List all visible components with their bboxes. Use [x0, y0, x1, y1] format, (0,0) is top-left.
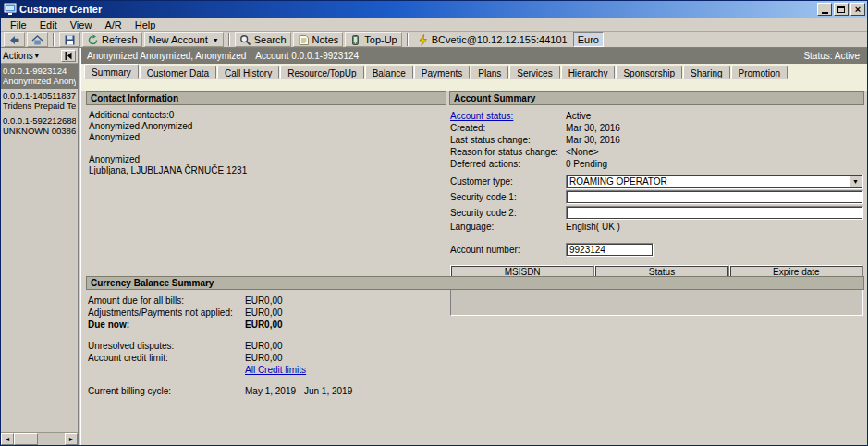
save-icon — [64, 34, 76, 46]
customer-type-label: Customer type: — [450, 175, 566, 187]
tab-sponsorship[interactable]: Sponsorship — [616, 66, 682, 79]
right-column: Anonymized Anonymized, Anonymized Accoun… — [81, 48, 867, 445]
adjustments-value: EUR0,00 — [245, 307, 283, 319]
list-item-account-2[interactable]: 0.0.0.1-1405118373 Tridens Prepaid Test — [1, 89, 78, 114]
tab-payments[interactable]: Payments — [414, 66, 470, 79]
field-account-status: Account status: Active — [450, 110, 863, 122]
customer-center-window: Customer Center × File Edit View A/R Hel… — [0, 0, 868, 446]
notes-icon — [298, 34, 310, 46]
language-value: English( UK ) — [566, 221, 620, 233]
currency-balance-body: Amount due for all bills: EUR0,00 Adjust… — [86, 290, 864, 397]
account-id: 0.0.0.1-5922126885 — [3, 115, 76, 126]
menu-help[interactable]: Help — [129, 18, 162, 31]
unresolved-disputes-value: EUR0,00 — [245, 341, 283, 352]
balance-row-amount-due: Amount due for all bills: EUR0,00 — [88, 295, 864, 307]
contact-information-body: Additional contacts:0 Anonymized Anonymi… — [86, 105, 446, 181]
currency-balance-section: Currency Balance Summary Amount due for … — [86, 276, 864, 398]
maximize-button[interactable] — [834, 3, 849, 16]
customer-type-select[interactable]: ROAMING OPERATOR ▼ — [566, 175, 863, 189]
tab-hierarchy[interactable]: Hierarchy — [561, 66, 616, 79]
balance-row-credit-limits-link: All Credit limits — [88, 365, 864, 376]
menu-file[interactable]: File — [5, 18, 32, 31]
amount-due-label: Amount due for all bills: — [88, 295, 245, 307]
due-now-value: EUR0,00 — [245, 319, 283, 331]
list-item-account-3[interactable]: 0.0.0.1-5922126885 UNKNOWN 00386704861 — [1, 114, 78, 139]
currency-button[interactable]: Euro — [573, 32, 604, 47]
topup-icon — [349, 34, 361, 46]
save-button[interactable] — [59, 32, 80, 47]
search-label: Search — [254, 34, 287, 45]
tab-sharing[interactable]: Sharing — [683, 66, 729, 79]
account-status-link[interactable]: Account status: — [450, 110, 566, 122]
search-button[interactable]: Search — [235, 32, 291, 47]
field-deferred-actions: Deferred actions: 0 Pending — [450, 158, 863, 170]
balance-row-adjustments: Adjustments/Payments not applied: EUR0,0… — [88, 307, 864, 319]
search-icon — [239, 34, 251, 46]
scrollbar-track[interactable] — [14, 433, 65, 445]
refresh-icon — [87, 34, 99, 46]
notes-button[interactable]: Notes — [293, 32, 344, 47]
tab-balance[interactable]: Balance — [365, 66, 413, 79]
all-credit-limits-link[interactable]: All Credit limits — [245, 365, 306, 376]
maximize-icon — [837, 6, 845, 13]
account-list: 0.0.0.1-9923124 Anonymized Anonymized 0.… — [1, 64, 78, 432]
balance-row-due-now: Due now: EUR0,00 — [88, 319, 864, 331]
scrollbar-thumb[interactable] — [14, 433, 38, 445]
back-button[interactable] — [4, 32, 25, 47]
new-account-button[interactable]: New Account ▼ — [144, 32, 224, 47]
close-button[interactable]: × — [850, 3, 865, 16]
toolbar-separator — [53, 33, 55, 46]
actions-title[interactable]: Actions — [3, 51, 33, 61]
topup-button[interactable]: Top-Up — [345, 32, 401, 47]
actions-panel-header: Actions ▾ — [1, 48, 78, 64]
tab-resource-topup[interactable]: Resource/TopUp — [280, 66, 363, 79]
account-id: 0.0.0.1-9923124 — [3, 66, 76, 76]
connection-label: BCvetic@10.12.12.155:44101 — [432, 34, 568, 45]
due-now-label: Due now: — [88, 319, 245, 331]
menu-ar[interactable]: A/R — [99, 18, 127, 31]
list-item-account-1[interactable]: 0.0.0.1-9923124 Anonymized Anonymized — [1, 64, 78, 89]
tab-plans[interactable]: Plans — [471, 66, 508, 79]
amount-due-value: EUR0,00 — [245, 295, 283, 307]
main-area: Actions ▾ 0.0.0.1-9923124 Anonymized Ano… — [1, 48, 867, 445]
account-summary-title: Account Summary — [449, 91, 864, 105]
field-account-number: Account number: — [450, 242, 863, 258]
home-button[interactable] — [27, 32, 48, 47]
reason-label: Reason for status change: — [450, 146, 566, 158]
tab-services[interactable]: Services — [509, 66, 559, 79]
currency-balance-title: Currency Balance Summary — [86, 276, 864, 290]
account-name: Anonymized Anonymized — [3, 76, 76, 86]
tab-summary[interactable]: Summary — [84, 64, 139, 79]
scroll-left-button[interactable]: ◄ — [1, 433, 14, 445]
account-number-input[interactable] — [566, 243, 654, 257]
spacer — [88, 365, 245, 376]
unresolved-disputes-label: Unresolved disputes: — [88, 341, 245, 352]
last-status-change-value: Mar 30, 2016 — [566, 134, 620, 146]
account-name: UNKNOWN 00386704861 — [3, 126, 76, 136]
connection-icon — [417, 34, 429, 46]
security-code-2-input[interactable] — [566, 206, 863, 220]
menu-view[interactable]: View — [65, 18, 98, 31]
field-security-code-1: Security code 1: — [450, 189, 863, 205]
tab-customer-data[interactable]: Customer Data — [140, 66, 216, 79]
contact-line — [89, 143, 444, 154]
toolbar-separator — [228, 33, 230, 46]
credit-limit-value: EUR0,00 — [245, 353, 283, 364]
deferred-actions-value: 0 Pending — [566, 158, 607, 170]
notes-label: Notes — [312, 34, 339, 45]
menu-edit[interactable]: Edit — [34, 18, 63, 31]
refresh-label: Refresh — [102, 34, 138, 45]
tab-call-history[interactable]: Call History — [217, 66, 279, 79]
actions-panel: Actions ▾ 0.0.0.1-9923124 Anonymized Ano… — [1, 48, 79, 445]
collapse-panel-button[interactable] — [61, 50, 76, 62]
refresh-button[interactable]: Refresh — [82, 32, 142, 47]
scroll-right-button[interactable]: ► — [65, 433, 78, 445]
tab-promotion[interactable]: Promotion — [731, 66, 789, 79]
menu-bar: File Edit View A/R Help — [1, 18, 867, 32]
security-code-1-input[interactable] — [566, 190, 863, 204]
account-header-bar: Anonymized Anonymized, Anonymized Accoun… — [81, 48, 867, 64]
deferred-actions-label: Deferred actions: — [450, 158, 566, 170]
account-number-header: Account 0.0.0.1-9923124 — [255, 51, 359, 61]
connection-status: BCvetic@10.12.12.155:44101 — [413, 34, 571, 46]
minimize-button[interactable] — [817, 3, 832, 16]
